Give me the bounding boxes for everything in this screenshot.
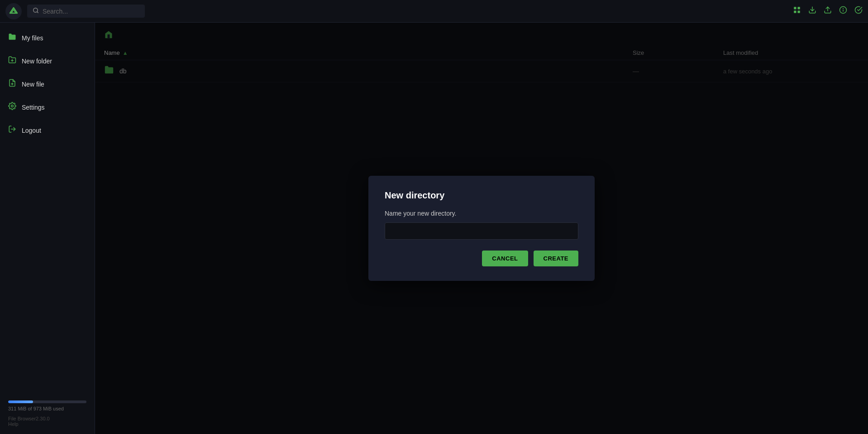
navbar-right [793,6,863,16]
sidebar: My files New folder New file [0,23,95,434]
dialog-label: Name your new directory. [385,210,578,217]
storage-bar-background [8,400,86,403]
settings-icon [8,102,16,112]
folder-plus-icon [8,56,16,66]
check-circle-icon[interactable] [854,6,863,16]
create-button[interactable]: CREATE [534,251,578,266]
dialog-actions: CANCEL CREATE [385,251,578,266]
svg-point-0 [5,3,22,19]
main-layout: My files New folder New file [0,23,868,434]
storage-section: 311 MiB of 973 MiB used File Browser2.30… [0,393,95,434]
svg-rect-6 [798,11,800,13]
version-text: File Browser2.30.0 [8,416,86,421]
sidebar-my-files-label: My files [22,34,43,42]
sidebar-settings-label: Settings [22,104,45,111]
svg-point-16 [11,105,14,107]
sidebar-new-file-label: New file [22,81,44,88]
dialog-title: New directory [385,190,578,201]
info-icon[interactable] [839,6,847,16]
app-logo[interactable] [5,3,22,19]
search-input[interactable] [43,8,139,15]
search-box[interactable] [27,5,145,18]
sidebar-item-logout[interactable]: Logout [0,119,95,142]
cancel-button[interactable]: CANCEL [482,251,528,266]
sidebar-new-folder-label: New folder [22,58,52,65]
upload-icon[interactable] [824,6,832,16]
storage-text: 311 MiB of 973 MiB used [8,406,86,411]
sidebar-item-settings[interactable]: Settings [0,96,95,119]
svg-line-2 [37,12,38,13]
svg-rect-3 [794,7,796,9]
folder-icon [8,33,16,43]
dialog-overlay: New directory Name your new directory. C… [95,23,868,434]
grid-icon[interactable] [793,6,801,16]
sidebar-item-new-file[interactable]: New file [0,72,95,96]
file-plus-icon [8,79,16,89]
download-icon[interactable] [808,6,816,16]
directory-name-input[interactable] [385,222,578,240]
svg-rect-4 [798,7,800,9]
sidebar-item-my-files[interactable]: My files [0,26,95,49]
logout-icon [8,125,16,135]
new-directory-dialog: New directory Name your new directory. C… [368,176,595,281]
svg-rect-5 [794,11,796,13]
content-area: Name ▲ Size Last modified db — a few s [95,23,868,434]
search-icon [33,7,39,15]
sidebar-logout-label: Logout [22,127,41,134]
navbar [0,0,868,23]
sidebar-item-new-folder[interactable]: New folder [0,49,95,72]
storage-bar-fill [8,400,33,403]
help-link[interactable]: Help [8,421,86,427]
